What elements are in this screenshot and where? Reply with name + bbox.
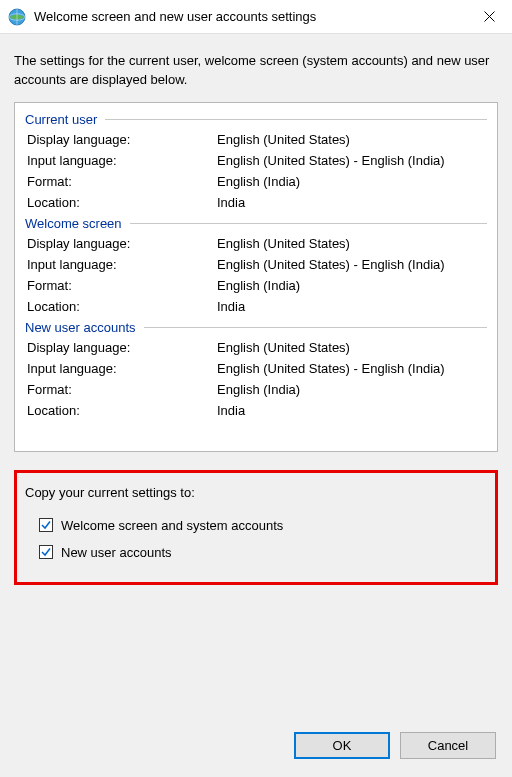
label: Display language: <box>27 132 217 147</box>
window-title: Welcome screen and new user accounts set… <box>34 9 466 24</box>
copy-settings-highlight: Copy your current settings to: Welcome s… <box>14 470 498 585</box>
ok-button[interactable]: OK <box>294 732 390 759</box>
row-input-language: Input language:English (United States) -… <box>25 358 487 379</box>
checkbox-label: New user accounts <box>61 545 172 560</box>
settings-panel: Current user Display language:English (U… <box>14 102 498 452</box>
value: India <box>217 299 487 314</box>
value: English (United States) <box>217 132 487 147</box>
label: Location: <box>27 403 217 418</box>
cancel-button[interactable]: Cancel <box>400 732 496 759</box>
row-location: Location:India <box>25 296 487 317</box>
label: Location: <box>27 299 217 314</box>
value: English (United States) - English (India… <box>217 361 487 376</box>
row-input-language: Input language:English (United States) -… <box>25 150 487 171</box>
label: Input language: <box>27 361 217 376</box>
value: India <box>217 403 487 418</box>
label: Format: <box>27 174 217 189</box>
row-location: Location:India <box>25 192 487 213</box>
value: English (United States) <box>217 236 487 251</box>
checkbox-icon <box>39 545 53 559</box>
checkbox-welcome-screen[interactable]: Welcome screen and system accounts <box>25 512 483 539</box>
row-location: Location:India <box>25 400 487 421</box>
value: English (United States) - English (India… <box>217 257 487 272</box>
label: Location: <box>27 195 217 210</box>
section-heading: Welcome screen <box>25 216 122 231</box>
value: English (India) <box>217 382 487 397</box>
label: Display language: <box>27 236 217 251</box>
row-format: Format:English (India) <box>25 171 487 192</box>
globe-icon <box>8 8 26 26</box>
divider <box>105 119 487 120</box>
row-display-language: Display language:English (United States) <box>25 233 487 254</box>
value: English (India) <box>217 278 487 293</box>
section-welcome-screen: Welcome screen <box>25 213 487 233</box>
checkbox-icon <box>39 518 53 532</box>
row-format: Format:English (India) <box>25 275 487 296</box>
label: Format: <box>27 278 217 293</box>
row-display-language: Display language:English (United States) <box>25 337 487 358</box>
row-display-language: Display language:English (United States) <box>25 129 487 150</box>
label: Input language: <box>27 153 217 168</box>
copy-settings-title: Copy your current settings to: <box>25 485 483 500</box>
checkbox-label: Welcome screen and system accounts <box>61 518 283 533</box>
value: English (India) <box>217 174 487 189</box>
checkbox-new-user-accounts[interactable]: New user accounts <box>25 539 483 566</box>
section-heading: New user accounts <box>25 320 136 335</box>
value: India <box>217 195 487 210</box>
titlebar: Welcome screen and new user accounts set… <box>0 0 512 34</box>
value: English (United States) <box>217 340 487 355</box>
label: Display language: <box>27 340 217 355</box>
section-current-user: Current user <box>25 109 487 129</box>
dialog-footer: OK Cancel <box>294 732 496 759</box>
value: English (United States) - English (India… <box>217 153 487 168</box>
description-text: The settings for the current user, welco… <box>14 52 498 90</box>
label: Format: <box>27 382 217 397</box>
section-heading: Current user <box>25 112 97 127</box>
label: Input language: <box>27 257 217 272</box>
divider <box>130 223 487 224</box>
close-button[interactable] <box>466 0 512 34</box>
dialog-content: The settings for the current user, welco… <box>0 34 512 599</box>
row-input-language: Input language:English (United States) -… <box>25 254 487 275</box>
divider <box>144 327 487 328</box>
section-new-user-accounts: New user accounts <box>25 317 487 337</box>
row-format: Format:English (India) <box>25 379 487 400</box>
